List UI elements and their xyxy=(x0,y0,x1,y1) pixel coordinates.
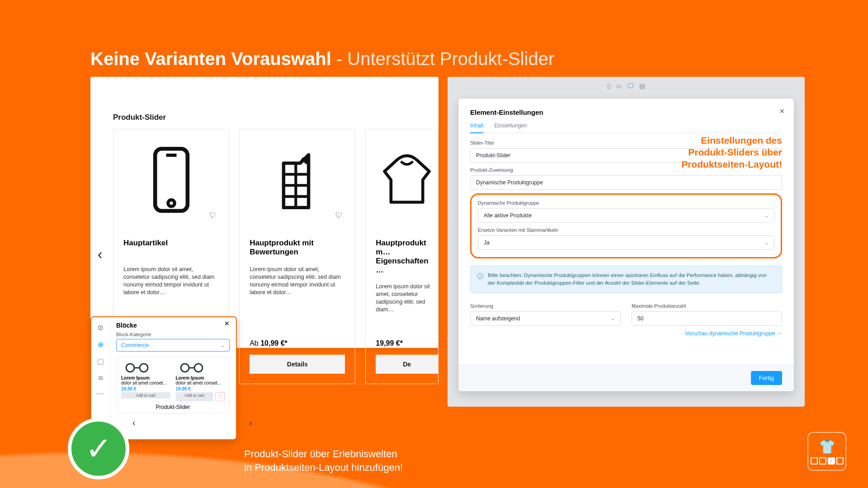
glasses-icon xyxy=(176,362,208,374)
caption: Produkt-Slider über Erlebniswelten in Pr… xyxy=(244,447,403,474)
smartphone-icon xyxy=(152,146,191,214)
preview-prev-icon[interactable]: ‹ xyxy=(132,418,136,428)
done-button[interactable]: Fertig xyxy=(751,371,782,385)
device-tablet-landscape-icon[interactable]: ▭ xyxy=(616,82,622,89)
device-desktop-icon[interactable]: 🖵 xyxy=(627,82,634,89)
modal-tabs: Inhalt Einstellungen xyxy=(470,122,782,133)
svg-point-1 xyxy=(168,200,174,206)
svg-point-3 xyxy=(126,364,134,372)
heart-icon: ♡ xyxy=(215,392,225,401)
close-icon[interactable]: ✕ xyxy=(779,108,785,115)
preview-next-icon[interactable]: › xyxy=(249,418,252,428)
chevron-down-icon: ⌄ xyxy=(221,343,225,348)
chevron-down-icon: ⌄ xyxy=(611,315,615,321)
product-image xyxy=(376,139,438,221)
block-preview[interactable]: Lorem Ipsum dolor sit amet conset... 19,… xyxy=(116,357,230,413)
details-button[interactable]: De xyxy=(376,355,438,374)
sorting-label: Sortierung xyxy=(470,303,621,309)
product-description: Lorem ipsum dolor sit amet, consetetur s… xyxy=(123,266,219,306)
modal-title: Element-Einstellungen xyxy=(470,108,782,116)
wishlist-icon[interactable]: ♡ xyxy=(335,211,342,221)
product-name: Hauptprodukt m… Eigenschaften … xyxy=(376,239,438,275)
graph-icon[interactable]: 〰 xyxy=(97,390,104,399)
product-description: Lorem ipsum dolor sit amet, consetetur s… xyxy=(376,283,438,324)
storefront-preview: Produkt-Slider ‹ ♡ Hauptartikel Lorem ip… xyxy=(90,77,439,348)
tshirt-icon: 👕 xyxy=(819,439,835,455)
brand-boxes: ✓ xyxy=(811,457,844,465)
wishlist-icon[interactable]: ♡ xyxy=(209,211,216,221)
product-card[interactable]: ♡ Hauptprodukt mit Bewertungen Lorem ips… xyxy=(239,129,355,384)
performance-info: ⓘ Bitte beachten: Dynamische Produktgrup… xyxy=(470,266,782,293)
replace-variants-label: Ersetze Varianten mit Stammartikeln xyxy=(478,227,774,233)
page-title-bold: Keine Varianten Vorauswahl xyxy=(90,49,331,69)
admin-editor: ▯ ▭ 🖵 ▤ Element-Einstellungen ✕ Inhalt E… xyxy=(448,77,805,407)
preview-dynamic-group-link[interactable]: Vorschau dynamische Produktgruppe → xyxy=(470,330,782,337)
product-name: Hauptprodukt mit Bewertungen xyxy=(250,239,345,258)
preview-add-to-cart: Add to cart xyxy=(121,392,170,399)
device-fullwidth-icon[interactable]: ▤ xyxy=(639,82,645,89)
preview-product-card: Lorem Ipsum dolor sit amet conset... 19,… xyxy=(121,362,170,401)
brand-logo: 👕 ✓ xyxy=(808,433,845,470)
gear-icon[interactable]: ⚙ xyxy=(97,324,104,332)
tab-content[interactable]: Inhalt xyxy=(470,122,483,133)
block-category-label: Block-Kategorie xyxy=(116,332,230,337)
glasses-icon xyxy=(121,362,153,374)
product-name: Hauptartikel xyxy=(123,239,219,258)
success-check-icon: ✓ xyxy=(68,418,129,479)
layers-icon[interactable]: ≋ xyxy=(98,374,104,382)
chocolate-icon xyxy=(278,146,317,214)
slider-prev-button[interactable]: ‹ xyxy=(95,244,105,264)
product-price: Ab 10,99 €* xyxy=(250,339,345,347)
page-icon[interactable]: ▢ xyxy=(97,357,104,366)
page-title: Keine Varianten Vorauswahl - Unterstützt… xyxy=(90,49,554,69)
hoodie-icon xyxy=(382,146,432,214)
close-icon[interactable]: ✕ xyxy=(224,320,230,327)
max-products-input[interactable]: 50 xyxy=(632,311,782,326)
highlighted-settings: Dynamische Produktgruppe Alle aktive Pro… xyxy=(470,193,782,258)
preview-product-card: Lorem Ipsum dolor sit amet conset... 19,… xyxy=(176,362,225,401)
device-bar: ▯ ▭ 🖵 ▤ xyxy=(448,80,805,91)
chevron-down-icon: ⌄ xyxy=(764,213,769,219)
callout-text: Einstellungen des Produkt-Sliders über P… xyxy=(681,135,782,170)
svg-point-7 xyxy=(194,364,203,372)
block-category-select[interactable]: Commerce ⌄ xyxy=(116,339,230,352)
sorting-select[interactable]: Name aufsteigend ⌄ xyxy=(470,311,621,326)
preview-add-to-cart: Add to cart xyxy=(176,392,214,401)
blocks-title: Blöcke xyxy=(116,322,230,329)
tab-settings[interactable]: Einstellungen xyxy=(494,122,527,132)
svg-point-6 xyxy=(181,364,189,372)
element-settings-modal: Element-Einstellungen ✕ Inhalt Einstellu… xyxy=(458,99,794,391)
dynamic-group-select[interactable]: Alle aktive Produkte ⌄ xyxy=(478,208,774,223)
device-mobile-icon[interactable]: ▯ xyxy=(607,82,611,89)
info-icon: ⓘ xyxy=(477,272,483,287)
svg-rect-0 xyxy=(155,149,188,211)
details-button[interactable]: Details xyxy=(250,355,345,374)
block-preview-label: Produkt-Slider xyxy=(121,404,225,410)
replace-variants-select[interactable]: Ja ⌄ xyxy=(478,235,774,250)
page-title-sub: - Unterstützt Produkt-Slider xyxy=(336,49,554,69)
product-image: ♡ xyxy=(250,139,345,221)
dynamic-group-label: Dynamische Produktgruppe xyxy=(478,200,774,206)
modal-footer: Fertig xyxy=(458,364,794,391)
product-price: 19,99 €* xyxy=(376,339,438,347)
plus-circle-icon[interactable]: ⊕ xyxy=(98,340,104,349)
svg-point-4 xyxy=(140,364,148,372)
product-image: ♡ xyxy=(123,139,219,221)
chevron-down-icon: ⌄ xyxy=(764,240,769,246)
product-assignment-select[interactable]: Dynamische Produktgruppe xyxy=(470,175,782,190)
product-card[interactable]: Hauptprodukt m… Eigenschaften … Lorem ip… xyxy=(365,129,439,384)
product-slider-heading: Produkt-Slider xyxy=(113,113,166,122)
product-description: Lorem ipsum dolor sit amet, consetetur s… xyxy=(250,266,345,306)
max-products-label: Maximale Produktanzahl xyxy=(632,303,782,309)
